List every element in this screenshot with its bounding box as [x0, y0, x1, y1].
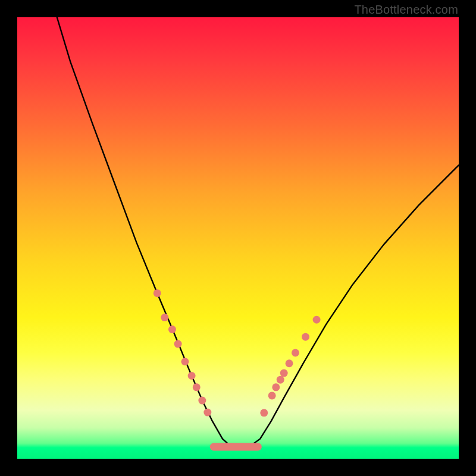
watermark-text: TheBottleneck.com	[354, 3, 458, 17]
data-point-marker	[302, 333, 309, 341]
data-point-marker	[272, 383, 280, 391]
data-point-marker	[286, 359, 293, 367]
data-point-marker	[292, 349, 299, 356]
data-point-marker	[193, 383, 201, 391]
highlighted-points	[154, 289, 321, 416]
data-point-marker	[277, 376, 284, 384]
data-point-marker	[203, 409, 211, 416]
data-point-marker	[313, 316, 321, 324]
data-point-marker	[174, 340, 182, 348]
data-point-marker	[260, 409, 268, 416]
data-point-marker	[280, 369, 288, 377]
bottleneck-curve	[57, 17, 459, 447]
data-point-marker	[198, 397, 206, 405]
curve-layer	[17, 17, 459, 459]
data-point-marker	[168, 325, 176, 333]
outer-frame: TheBottleneck.com	[0, 0, 476, 476]
data-point-marker	[268, 392, 276, 399]
data-point-marker	[154, 289, 161, 297]
plot-area	[17, 17, 459, 459]
data-point-marker	[161, 314, 168, 321]
data-point-marker	[188, 372, 196, 380]
data-point-marker	[181, 358, 189, 365]
